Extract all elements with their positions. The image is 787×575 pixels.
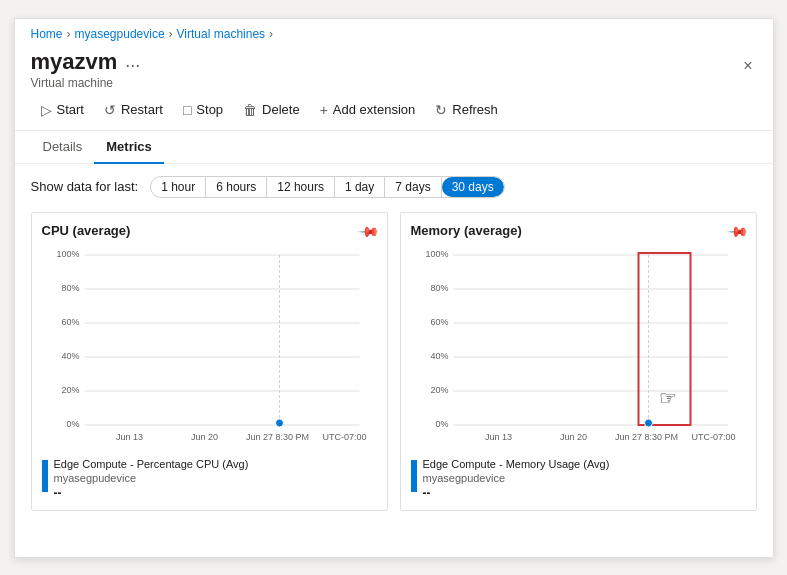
- cpu-legend-value: --: [54, 486, 249, 500]
- refresh-label: Refresh: [452, 102, 498, 117]
- svg-text:80%: 80%: [430, 283, 448, 293]
- restart-icon: ↺: [104, 102, 116, 118]
- cpu-pin-icon[interactable]: 📌: [356, 219, 379, 242]
- memory-chart-header: Memory (average) 📌: [411, 223, 746, 239]
- svg-text:☞: ☞: [658, 387, 676, 409]
- page-subtitle: Virtual machine: [31, 76, 141, 90]
- cpu-legend-text: Edge Compute - Percentage CPU (Avg) myas…: [54, 458, 249, 500]
- charts-row: CPU (average) 📌 100% 80% 60% 40% 20% 0%: [31, 212, 757, 511]
- breadcrumb: Home › myasegpudevice › Virtual machines…: [15, 19, 773, 45]
- stop-label: Stop: [196, 102, 223, 117]
- content-area: Show data for last: 1 hour 6 hours 12 ho…: [15, 164, 773, 557]
- breadcrumb-sep-1: ›: [67, 27, 71, 41]
- show-data-row: Show data for last: 1 hour 6 hours 12 ho…: [31, 176, 757, 198]
- restart-button[interactable]: ↺ Restart: [94, 98, 173, 122]
- svg-text:UTC-07:00: UTC-07:00: [322, 432, 366, 442]
- add-extension-label: Add extension: [333, 102, 415, 117]
- svg-point-13: [275, 419, 283, 427]
- cpu-legend-name: Edge Compute - Percentage CPU (Avg): [54, 458, 249, 470]
- page-title: myazvm: [31, 49, 118, 75]
- add-icon: +: [320, 102, 328, 118]
- cpu-chart-area: 100% 80% 60% 40% 20% 0%: [42, 245, 377, 448]
- svg-text:40%: 40%: [430, 351, 448, 361]
- svg-text:Jun 20: Jun 20: [559, 432, 586, 442]
- memory-pin-icon[interactable]: 📌: [725, 219, 748, 242]
- tabs-row: Details Metrics: [15, 131, 773, 164]
- svg-text:80%: 80%: [61, 283, 79, 293]
- cpu-chart-svg: 100% 80% 60% 40% 20% 0%: [42, 245, 377, 445]
- cpu-chart-title: CPU (average): [42, 223, 131, 238]
- stop-icon: □: [183, 102, 191, 118]
- memory-legend-text: Edge Compute - Memory Usage (Avg) myaseg…: [423, 458, 610, 500]
- breadcrumb-sep-3: ›: [269, 27, 273, 41]
- breadcrumb-home[interactable]: Home: [31, 27, 63, 41]
- memory-legend-bar: [411, 460, 417, 492]
- cpu-legend-device: myasegpudevice: [54, 472, 249, 484]
- more-options-button[interactable]: ...: [125, 51, 140, 72]
- toolbar: ▷ Start ↺ Restart □ Stop 🗑 Delete + Add …: [15, 90, 773, 131]
- svg-point-32: [644, 419, 652, 427]
- cpu-chart-header: CPU (average) 📌: [42, 223, 377, 239]
- svg-text:Jun 13: Jun 13: [115, 432, 142, 442]
- tab-details[interactable]: Details: [31, 131, 95, 164]
- cpu-legend-bar: [42, 460, 48, 492]
- restart-label: Restart: [121, 102, 163, 117]
- delete-icon: 🗑: [243, 102, 257, 118]
- add-extension-button[interactable]: + Add extension: [310, 98, 426, 122]
- breadcrumb-device[interactable]: myasegpudevice: [75, 27, 165, 41]
- time-12hours[interactable]: 12 hours: [267, 177, 335, 197]
- memory-chart-title: Memory (average): [411, 223, 522, 238]
- breadcrumb-vms[interactable]: Virtual machines: [177, 27, 266, 41]
- main-panel: Home › myasegpudevice › Virtual machines…: [14, 18, 774, 558]
- delete-label: Delete: [262, 102, 300, 117]
- svg-text:20%: 20%: [61, 385, 79, 395]
- stop-button[interactable]: □ Stop: [173, 98, 233, 122]
- delete-button[interactable]: 🗑 Delete: [233, 98, 310, 122]
- svg-text:Jun 27 8:30 PM: Jun 27 8:30 PM: [614, 432, 677, 442]
- svg-text:40%: 40%: [61, 351, 79, 361]
- breadcrumb-sep-2: ›: [169, 27, 173, 41]
- cpu-chart-card: CPU (average) 📌 100% 80% 60% 40% 20% 0%: [31, 212, 388, 511]
- title-area: myazvm ... Virtual machine: [31, 49, 141, 90]
- memory-chart-card: Memory (average) 📌 100% 80% 60% 40% 20% …: [400, 212, 757, 511]
- time-30days[interactable]: 30 days: [442, 177, 504, 197]
- svg-text:UTC-07:00: UTC-07:00: [691, 432, 735, 442]
- svg-text:60%: 60%: [61, 317, 79, 327]
- memory-chart-area: 100% 80% 60% 40% 20% 0%: [411, 245, 746, 448]
- close-button[interactable]: ×: [739, 53, 756, 79]
- cpu-chart-legend: Edge Compute - Percentage CPU (Avg) myas…: [42, 458, 377, 500]
- memory-chart-legend: Edge Compute - Memory Usage (Avg) myaseg…: [411, 458, 746, 500]
- time-6hours[interactable]: 6 hours: [206, 177, 267, 197]
- refresh-icon: ↻: [435, 102, 447, 118]
- memory-legend-value: --: [423, 486, 610, 500]
- time-1hour[interactable]: 1 hour: [151, 177, 206, 197]
- time-7days[interactable]: 7 days: [385, 177, 441, 197]
- time-1day[interactable]: 1 day: [335, 177, 385, 197]
- svg-text:100%: 100%: [56, 249, 79, 259]
- svg-text:60%: 60%: [430, 317, 448, 327]
- svg-text:20%: 20%: [430, 385, 448, 395]
- show-data-label: Show data for last:: [31, 179, 139, 194]
- time-filter-group: 1 hour 6 hours 12 hours 1 day 7 days 30 …: [150, 176, 505, 198]
- svg-text:100%: 100%: [425, 249, 448, 259]
- start-button[interactable]: ▷ Start: [31, 98, 94, 122]
- memory-chart-svg: 100% 80% 60% 40% 20% 0%: [411, 245, 746, 445]
- svg-text:0%: 0%: [66, 419, 79, 429]
- start-icon: ▷: [41, 102, 52, 118]
- svg-text:0%: 0%: [435, 419, 448, 429]
- start-label: Start: [57, 102, 84, 117]
- memory-legend-device: myasegpudevice: [423, 472, 610, 484]
- svg-text:Jun 20: Jun 20: [190, 432, 217, 442]
- svg-text:Jun 27 8:30 PM: Jun 27 8:30 PM: [245, 432, 308, 442]
- header-row: myazvm ... Virtual machine ×: [15, 45, 773, 90]
- refresh-button[interactable]: ↻ Refresh: [425, 98, 508, 122]
- tab-metrics[interactable]: Metrics: [94, 131, 164, 164]
- svg-text:Jun 13: Jun 13: [484, 432, 511, 442]
- memory-legend-name: Edge Compute - Memory Usage (Avg): [423, 458, 610, 470]
